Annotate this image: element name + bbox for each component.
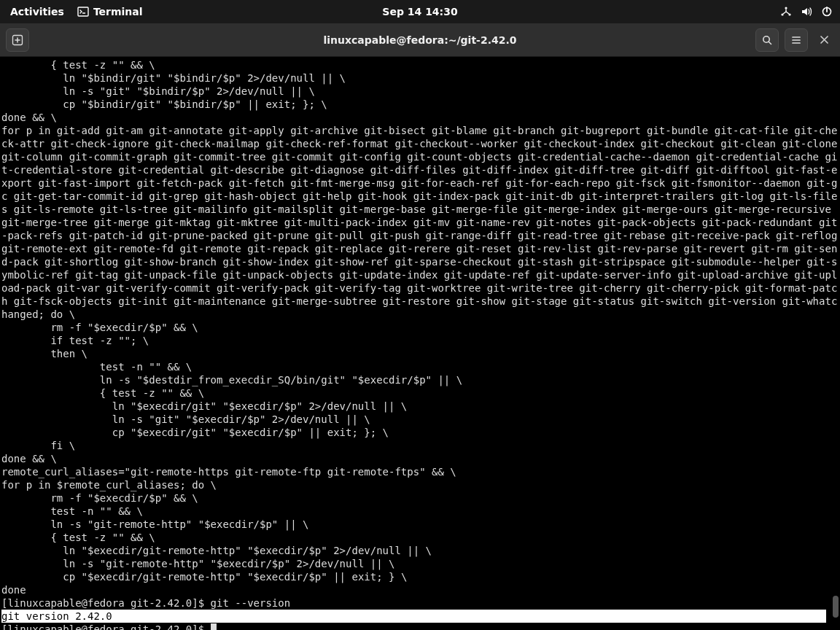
power-icon[interactable] (821, 6, 833, 18)
network-icon[interactable] (780, 6, 792, 18)
new-tab-button[interactable] (6, 28, 29, 52)
window-headerbar: linuxcapable@fedora:~/git-2.42.0 (0, 23, 840, 57)
terminal-scrollbar[interactable] (831, 57, 839, 630)
active-app-indicator[interactable]: Terminal (77, 6, 143, 18)
close-button[interactable] (814, 30, 834, 50)
version-output-highlight: git version 2.42.0 (1, 610, 826, 623)
search-icon (761, 34, 773, 46)
menu-button[interactable] (785, 28, 808, 52)
svg-point-1 (785, 7, 787, 9)
shell-prompt: [linuxcapable@fedora git-2.42.0]$ (1, 597, 211, 609)
terminal-icon (77, 6, 89, 18)
activities-button[interactable]: Activities (10, 6, 64, 18)
scrollbar-thumb[interactable] (833, 596, 839, 618)
window-title: linuxcapable@fedora:~/git-2.42.0 (323, 34, 516, 46)
clock[interactable]: Sep 14 14:30 (382, 6, 457, 18)
hamburger-icon (790, 34, 802, 46)
close-icon (820, 35, 829, 44)
terminal-viewport[interactable]: { test -z "" && \ ln "$bindir/git" "$bin… (0, 57, 840, 630)
terminal-cursor (211, 623, 217, 630)
volume-icon[interactable] (801, 6, 812, 18)
terminal-output: { test -z "" && \ ln "$bindir/git" "$bin… (0, 57, 840, 630)
svg-rect-0 (78, 7, 88, 16)
plus-box-icon (12, 34, 23, 46)
command-text: git --version (211, 597, 291, 609)
terminal-window: linuxcapable@fedora:~/git-2.42.0 { test … (0, 23, 840, 630)
gnome-topbar: Activities Terminal Sep 14 14:30 (0, 0, 840, 23)
active-app-name: Terminal (93, 6, 143, 18)
shell-prompt: [linuxcapable@fedora git-2.42.0]$ (1, 623, 211, 630)
search-button[interactable] (755, 28, 779, 52)
